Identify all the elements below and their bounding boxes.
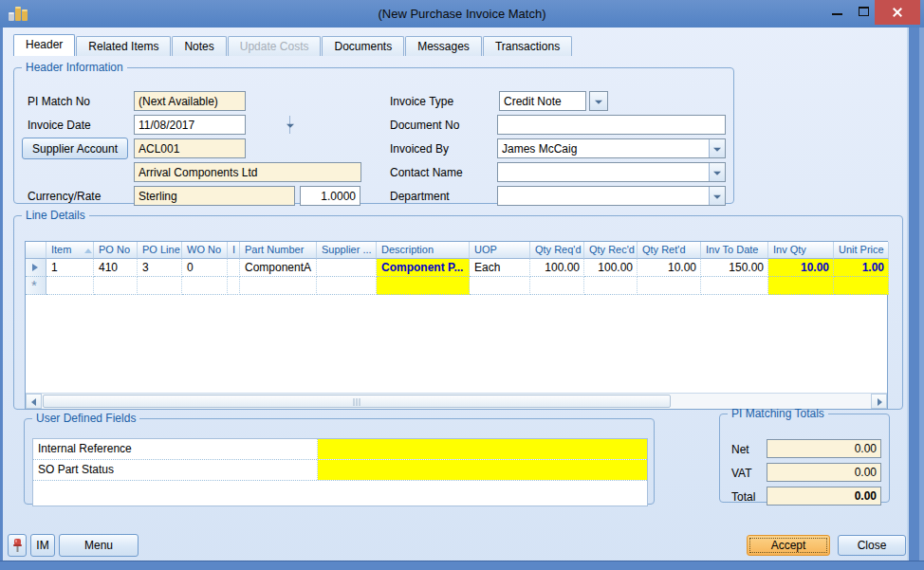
accept-button[interactable]: Accept xyxy=(747,535,830,556)
tab-strip: Header Related Items Notes Update Costs … xyxy=(13,34,573,56)
udf-value-field[interactable] xyxy=(318,460,647,480)
pin-button[interactable] xyxy=(8,534,27,557)
cell-qty-retd[interactable]: 10.00 xyxy=(638,259,701,277)
column-header-inv-qty[interactable]: Inv Qty xyxy=(768,242,834,259)
cell-empty[interactable] xyxy=(701,277,768,295)
cell-empty[interactable] xyxy=(470,277,530,295)
udf-row-so-part-status: SO Part Status xyxy=(33,460,647,481)
cell-wo-no[interactable]: 0 xyxy=(182,259,228,277)
currency-rate-field[interactable] xyxy=(300,186,360,206)
pi-match-no-field[interactable] xyxy=(134,91,246,111)
column-header-po-line[interactable]: PO Line xyxy=(138,242,182,259)
department-dropdown-button[interactable] xyxy=(709,187,725,205)
cell-i[interactable] xyxy=(228,259,240,277)
tab-transactions[interactable]: Transactions xyxy=(483,36,572,56)
cell-empty-inv-qty[interactable] xyxy=(768,277,834,295)
invoice-type-field[interactable] xyxy=(499,91,586,111)
cell-description[interactable]: Component P... xyxy=(377,259,470,277)
cell-inv-to-date[interactable]: 150.00 xyxy=(701,259,768,277)
new-row-header-cell[interactable]: * xyxy=(26,277,46,295)
cell-empty[interactable] xyxy=(317,277,377,295)
cell-unit-price[interactable]: 1.00 xyxy=(834,259,889,277)
table-row[interactable]: 1 410 3 0 ComponentA Component P... Each… xyxy=(26,259,887,277)
column-header-qty-retd[interactable]: Qty Ret'd xyxy=(638,242,701,259)
close-window-button[interactable] xyxy=(875,0,920,25)
tab-notes[interactable]: Notes xyxy=(172,36,226,56)
cell-inv-qty[interactable]: 10.00 xyxy=(768,259,834,277)
cell-empty[interactable] xyxy=(138,277,182,295)
column-header-item[interactable]: Item xyxy=(46,242,94,259)
tab-related-items[interactable]: Related Items xyxy=(76,36,171,56)
invoiced-by-value[interactable] xyxy=(498,139,709,157)
cell-empty[interactable] xyxy=(638,277,701,295)
user-defined-fields-group: User Defined Fields Internal Reference S… xyxy=(24,412,655,505)
invoice-date-value[interactable] xyxy=(135,116,289,134)
maximize-button[interactable] xyxy=(852,0,875,25)
tab-documents[interactable]: Documents xyxy=(322,36,404,56)
user-defined-fields-title: User Defined Fields xyxy=(32,412,139,425)
contact-name-dropdown-button[interactable] xyxy=(709,163,725,181)
cell-uop[interactable]: Each xyxy=(470,259,530,277)
department-combo[interactable] xyxy=(497,186,726,206)
supplier-account-button[interactable]: Supplier Account xyxy=(22,138,128,159)
new-row[interactable]: * xyxy=(26,277,887,295)
cell-empty[interactable] xyxy=(182,277,228,295)
invoice-date-picker[interactable] xyxy=(134,115,246,135)
udf-value-field[interactable] xyxy=(318,439,647,459)
invoiced-by-label: Invoiced By xyxy=(390,142,449,156)
tab-header[interactable]: Header xyxy=(13,34,75,56)
row-header-cell[interactable] xyxy=(26,259,46,277)
column-header-part-number[interactable]: Part Number xyxy=(240,242,317,259)
invoice-date-dropdown-button[interactable] xyxy=(289,116,290,134)
cell-item[interactable]: 1 xyxy=(46,259,94,277)
invoice-type-dropdown-button[interactable] xyxy=(589,91,608,111)
currency-field[interactable] xyxy=(134,186,295,206)
scroll-left-button[interactable] xyxy=(26,394,42,409)
cell-empty[interactable] xyxy=(94,277,138,295)
cell-part-number[interactable]: ComponentA xyxy=(240,259,317,277)
net-field xyxy=(767,439,881,458)
new-row-asterisk-icon: * xyxy=(31,277,37,293)
invoiced-by-dropdown-button[interactable] xyxy=(709,139,725,157)
cell-empty[interactable] xyxy=(240,277,317,295)
column-header-po-no[interactable]: PO No xyxy=(94,242,138,259)
column-header-qty-reqd[interactable]: Qty Req'd xyxy=(530,242,584,259)
title-bar[interactable]: (New Purchase Invoice Match) xyxy=(0,0,924,28)
cell-po-no[interactable]: 410 xyxy=(94,259,138,277)
column-header-wo-no[interactable]: WO No xyxy=(182,242,228,259)
cell-qty-reqd[interactable]: 100.00 xyxy=(530,259,584,277)
cell-empty-description[interactable] xyxy=(377,277,470,295)
menu-button[interactable]: Menu xyxy=(59,534,139,557)
scrollbar-thumb[interactable] xyxy=(43,395,671,408)
cell-qty-recd[interactable]: 100.00 xyxy=(584,259,638,277)
column-header-inv-to-date[interactable]: Inv To Date xyxy=(701,242,768,259)
column-header-qty-recd[interactable]: Qty Rec'd xyxy=(584,242,638,259)
column-header-uop[interactable]: UOP xyxy=(470,242,530,259)
column-header-i[interactable]: I xyxy=(228,242,240,259)
cell-empty[interactable] xyxy=(584,277,638,295)
vat-label: VAT xyxy=(731,467,752,480)
total-field xyxy=(767,487,881,506)
column-header-description[interactable]: Description xyxy=(377,242,470,259)
department-value[interactable] xyxy=(498,187,709,205)
minimize-button[interactable] xyxy=(825,0,848,25)
contact-name-value[interactable] xyxy=(498,163,709,181)
cell-po-line[interactable]: 3 xyxy=(138,259,182,277)
cell-empty[interactable] xyxy=(530,277,584,295)
contact-name-combo[interactable] xyxy=(497,162,726,182)
column-header-unit-price[interactable]: Unit Price xyxy=(834,242,889,259)
column-header-supplier[interactable]: Supplier ... xyxy=(317,242,377,259)
cell-empty[interactable] xyxy=(46,277,94,295)
close-button[interactable]: Close xyxy=(838,535,906,556)
tab-messages[interactable]: Messages xyxy=(405,36,482,56)
invoice-type-label: Invoice Type xyxy=(390,95,453,108)
cell-supplier[interactable] xyxy=(317,259,377,277)
invoiced-by-combo[interactable] xyxy=(497,138,726,158)
supplier-account-code-field[interactable] xyxy=(134,138,246,158)
line-details-title: Line Details xyxy=(22,209,89,222)
document-no-field[interactable] xyxy=(497,115,726,135)
cell-empty-unit-price[interactable] xyxy=(834,277,889,295)
im-button[interactable]: IM xyxy=(30,534,55,557)
supplier-name-field[interactable] xyxy=(134,162,361,182)
cell-empty[interactable] xyxy=(228,277,240,295)
